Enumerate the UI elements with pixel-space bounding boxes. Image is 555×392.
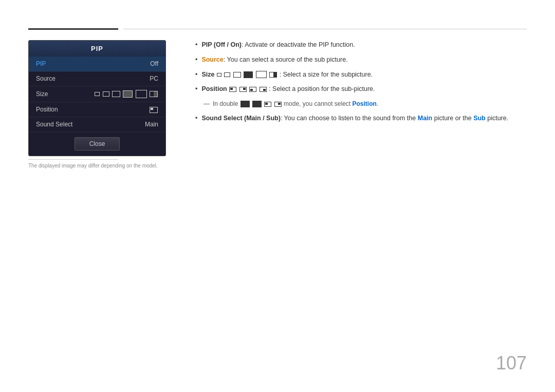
position-blue-bold: Position xyxy=(353,100,377,107)
bullet-pip-onoff-text: PIP (Off / On): Activate or deactivate t… xyxy=(201,40,355,50)
top-bar-accent-line xyxy=(28,28,118,30)
pip-panel: PIP PIP Off Source PC Size xyxy=(28,40,166,156)
size-inline-xl xyxy=(256,71,267,78)
pos-inline-br xyxy=(260,87,267,92)
double-icon-1 xyxy=(240,101,250,107)
pos-inline-bl xyxy=(249,87,256,92)
size-inline-split xyxy=(269,72,277,78)
size-inline-s xyxy=(224,72,230,77)
pip-row-position[interactable]: Position xyxy=(29,102,165,117)
bullet-source: Source: You can select a source of the s… xyxy=(195,55,527,65)
bullet-pip-onoff: PIP (Off / On): Activate or deactivate t… xyxy=(195,40,527,50)
pip-row-sound-select[interactable]: Sound Select Main xyxy=(29,117,165,132)
bullet-source-text: Source: You can select a source of the s… xyxy=(201,55,347,65)
double-icon-2 xyxy=(252,101,262,107)
top-bar-rule xyxy=(123,29,527,29)
pip-row-source-value: PC xyxy=(150,75,158,82)
bullet-sound-select: Sound Select (Main / Sub): You can choos… xyxy=(195,114,527,123)
pip-row-pip-label: PIP xyxy=(36,60,46,67)
double-icon-4 xyxy=(274,102,282,107)
double-mode-note-text: In double mode, you cannot select Positi… xyxy=(213,99,378,108)
bullet-size-text: Size : Select a size for the subpicture. xyxy=(201,70,373,80)
size-inline-xs xyxy=(217,73,221,77)
sound-main-bold: Main xyxy=(418,115,432,122)
content-area: PIP (Off / On): Activate or deactivate t… xyxy=(195,40,527,128)
pip-row-size-label: Size xyxy=(36,90,48,98)
sound-sub-bold: Sub xyxy=(473,115,486,122)
size-icon-split xyxy=(150,91,158,97)
top-bar xyxy=(28,28,527,30)
size-icon-xs xyxy=(95,92,100,96)
size-inline-m xyxy=(233,72,241,78)
panel-note-rule xyxy=(28,159,118,160)
pos-inline-tr xyxy=(239,87,247,92)
bullet-size: Size : Select a size for the subpicture. xyxy=(195,70,527,80)
position-bold: Position xyxy=(201,85,227,92)
pos-inline-tl xyxy=(229,87,236,92)
double-icon-3 xyxy=(264,102,271,107)
size-icon-l xyxy=(123,90,133,98)
panel-note-text: The displayed image may differ depending… xyxy=(28,163,158,169)
pos-icon-tl xyxy=(150,107,158,113)
source-bold: Source xyxy=(201,56,223,63)
pip-row-source-label: Source xyxy=(36,75,55,82)
pip-row-size-icons xyxy=(94,90,158,98)
size-icon-s xyxy=(103,91,109,97)
size-icon-xl xyxy=(136,90,147,98)
panel-note: The displayed image may differ depending… xyxy=(28,159,158,169)
size-inline-l xyxy=(244,71,253,78)
pip-onoff-bold: PIP (Off / On) xyxy=(201,41,242,48)
pip-menu: PIP Off Source PC Size Position xyxy=(29,57,165,132)
close-button[interactable]: Close xyxy=(75,137,120,151)
pip-close-area: Close xyxy=(29,132,165,156)
bullet-sound-select-text: Sound Select (Main / Sub): You can choos… xyxy=(201,114,508,123)
page-number: 107 xyxy=(496,352,527,374)
double-mode-note: In double mode, you cannot select Positi… xyxy=(203,99,527,108)
pip-row-size[interactable]: Size xyxy=(29,86,165,102)
size-icon-m xyxy=(112,91,120,97)
pip-row-pip[interactable]: PIP Off xyxy=(29,57,165,71)
pip-row-sound-select-value: Main xyxy=(145,121,158,128)
sound-select-bold: Sound Select (Main / Sub) xyxy=(201,115,280,122)
pip-title: PIP xyxy=(29,41,165,57)
bullet-position-text: Position : Select a position for the sub… xyxy=(201,84,375,94)
pip-row-pip-value: Off xyxy=(150,60,158,67)
pip-row-source[interactable]: Source PC xyxy=(29,71,165,86)
pip-row-position-icons xyxy=(149,106,158,113)
bullet-position: Position : Select a position for the sub… xyxy=(195,84,527,94)
bullet-list-2: Sound Select (Main / Sub): You can choos… xyxy=(195,114,527,123)
bullet-list: PIP (Off / On): Activate or deactivate t… xyxy=(195,40,527,94)
size-bold: Size xyxy=(201,71,214,78)
pip-row-sound-select-label: Sound Select xyxy=(36,121,72,128)
pip-row-position-label: Position xyxy=(36,106,58,113)
